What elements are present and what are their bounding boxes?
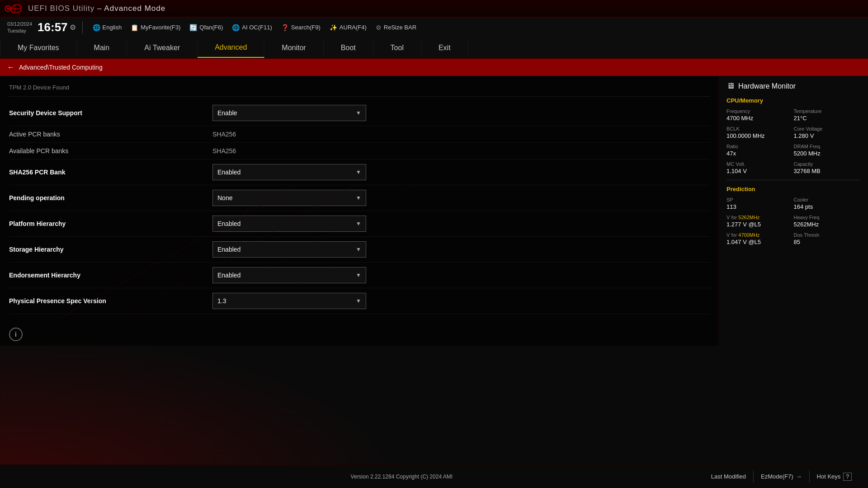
dram-freq-label: DRAM Freq. bbox=[794, 144, 861, 149]
tab-exit[interactable]: Exit bbox=[421, 38, 468, 58]
fan-icon: 🔄 bbox=[189, 24, 197, 31]
search-button[interactable]: ❓ Search(F9) bbox=[278, 22, 324, 33]
header-bar: UEFI BIOS Utility – Advanced Mode bbox=[0, 0, 868, 17]
ez-mode-label: EzMode(F7) bbox=[761, 473, 793, 480]
resizebar-button[interactable]: ⚙ ReSize BAR bbox=[372, 22, 420, 33]
pending-operation-dropdown[interactable]: None ▼ bbox=[212, 190, 366, 206]
bios-title: UEFI BIOS Utility bbox=[28, 4, 94, 13]
time-display: 16:57 ⚙ bbox=[38, 20, 76, 34]
v5262-label: V for 5262MHz bbox=[726, 215, 794, 220]
tab-main[interactable]: Main bbox=[77, 38, 127, 58]
ez-mode-icon: → bbox=[796, 473, 802, 480]
tab-monitor[interactable]: Monitor bbox=[264, 38, 323, 58]
capacity-label: Capacity bbox=[794, 161, 861, 167]
dropdown-arrow-icon: ▼ bbox=[356, 195, 361, 201]
v4700-voltage-value: 1.047 V @L5 bbox=[726, 239, 794, 245]
tab-monitor-label: Monitor bbox=[282, 44, 306, 52]
hw-col-dram-freq: DRAM Freq. 5200 MHz bbox=[794, 144, 861, 157]
footer-right: Last Modified EzMode(F7) → Hot Keys ? bbox=[704, 470, 859, 483]
tab-my-favorites-label: My Favorites bbox=[18, 44, 59, 52]
hw-col-capacity: Capacity 32768 MB bbox=[794, 161, 861, 174]
dropdown-arrow-icon: ▼ bbox=[356, 110, 361, 116]
ez-mode-button[interactable]: EzMode(F7) → bbox=[754, 470, 810, 483]
breadcrumb: ← Advanced\Trusted Computing bbox=[0, 59, 868, 76]
heavy-freq-value: 5262MHz bbox=[794, 221, 861, 228]
copyright-text: Version 2.22.1284 Copyright (C) 2024 AMI bbox=[351, 474, 453, 480]
dropdown-arrow-icon: ▼ bbox=[356, 221, 361, 227]
sha256-pcr-bank-dropdown[interactable]: Enabled ▼ bbox=[212, 164, 366, 180]
dropdown-arrow-icon: ▼ bbox=[356, 272, 361, 278]
frequency-value: 4700 MHz bbox=[726, 115, 794, 122]
hw-col-mc-volt: MC Volt. 1.104 V bbox=[726, 161, 794, 174]
mc-volt-label: MC Volt. bbox=[726, 161, 794, 167]
physical-presence-spec-dropdown[interactable]: 1.3 ▼ bbox=[212, 293, 366, 309]
info-button[interactable]: i bbox=[9, 328, 23, 341]
sha256-pcr-bank-value: Enabled bbox=[217, 169, 241, 176]
rog-icon bbox=[5, 1, 24, 16]
qfan-button[interactable]: 🔄 Qfan(F6) bbox=[186, 22, 226, 33]
last-modified-button[interactable]: Last Modified bbox=[704, 470, 754, 483]
hot-keys-button[interactable]: Hot Keys ? bbox=[810, 470, 859, 483]
qfan-label: Qfan(F6) bbox=[199, 24, 223, 31]
heavy-freq-label: Heavy Freq bbox=[794, 215, 861, 220]
endorsement-hierarchy-value: Enabled bbox=[217, 272, 241, 279]
storage-hierarchy-value: Enabled bbox=[217, 246, 241, 253]
tab-my-favorites[interactable]: My Favorites bbox=[0, 38, 77, 58]
aura-button[interactable]: ✨ AURA(F4) bbox=[326, 22, 370, 33]
setting-row-platform-hierarchy: Platform Hierarchy Enabled ▼ bbox=[9, 211, 710, 237]
tab-tool[interactable]: Tool bbox=[373, 38, 421, 58]
sha256-pcr-bank-label: SHA256 PCR Bank bbox=[9, 169, 212, 176]
dos-thresh-value: 85 bbox=[794, 239, 861, 245]
aioc-button[interactable]: 🌐 AI OC(F11) bbox=[228, 22, 275, 33]
hw-col-v5262-voltage: V for 5262MHz 1.277 V @L5 bbox=[726, 215, 794, 228]
v5262-freq-highlight: 5262MHz bbox=[738, 215, 760, 220]
hw-monitor-panel: 🖥 Hardware Monitor CPU/Memory Frequency … bbox=[719, 76, 868, 346]
sp-value: 113 bbox=[726, 203, 794, 210]
v4700-label: V for 4700MHz bbox=[726, 232, 794, 238]
english-button[interactable]: 🌐 English bbox=[89, 22, 126, 33]
platform-hierarchy-dropdown[interactable]: Enabled ▼ bbox=[212, 216, 366, 232]
hw-row-sp-cooler: SP 113 Cooler 164 pts bbox=[726, 197, 861, 210]
resizebar-label: ReSize BAR bbox=[384, 24, 416, 31]
available-pcr-banks-label: Available PCR banks bbox=[9, 147, 212, 155]
myfavorite-button[interactable]: 📋 MyFavorite(F3) bbox=[127, 22, 184, 33]
breadcrumb-back-button[interactable]: ← bbox=[7, 63, 14, 71]
main-content: TPM 2.0 Device Found Security Device Sup… bbox=[0, 76, 868, 346]
tab-ai-tweaker[interactable]: Ai Tweaker bbox=[127, 38, 198, 58]
datetime: 03/12/2024 Tuesday bbox=[7, 21, 32, 34]
dram-freq-value: 5200 MHz bbox=[794, 150, 861, 157]
hw-row-mc-capacity: MC Volt. 1.104 V Capacity 32768 MB bbox=[726, 161, 861, 174]
search-icon: ❓ bbox=[281, 24, 289, 31]
tpm-info: TPM 2.0 Device Found bbox=[9, 80, 710, 97]
toolbar-separator-1 bbox=[82, 21, 83, 34]
tab-boot[interactable]: Boot bbox=[324, 38, 373, 58]
toolbar: 03/12/2024 Tuesday 16:57 ⚙ 🌐 English 📋 M… bbox=[0, 17, 868, 38]
storage-hierarchy-dropdown[interactable]: Enabled ▼ bbox=[212, 241, 366, 258]
hw-col-cooler: Cooler 164 pts bbox=[794, 197, 861, 210]
security-device-support-value: Enable bbox=[217, 109, 237, 117]
time-value: 16:57 bbox=[38, 20, 68, 34]
storage-hierarchy-label: Storage Hierarchy bbox=[9, 246, 212, 253]
physical-presence-spec-value: 1.3 bbox=[217, 297, 226, 305]
active-pcr-banks-value: SHA256 bbox=[212, 131, 236, 138]
aura-icon: ✨ bbox=[330, 24, 337, 31]
resize-icon: ⚙ bbox=[376, 24, 382, 31]
footer: Version 2.22.1284 Copyright (C) 2024 AMI… bbox=[0, 465, 868, 488]
bclk-label: BCLK bbox=[726, 126, 794, 131]
hw-row-bclk-voltage: BCLK 100.0000 MHz Core Voltage 1.280 V bbox=[726, 126, 861, 139]
security-device-support-dropdown[interactable]: Enable ▼ bbox=[212, 105, 366, 121]
core-voltage-value: 1.280 V bbox=[794, 132, 861, 139]
hw-col-ratio: Ratio 47x bbox=[726, 144, 794, 157]
tab-tool-label: Tool bbox=[391, 44, 404, 52]
setting-row-active-pcr-banks: Active PCR banks SHA256 bbox=[9, 126, 710, 143]
capacity-value: 32768 MB bbox=[794, 168, 861, 174]
tab-advanced[interactable]: Advanced bbox=[198, 38, 264, 58]
search-label: Search(F9) bbox=[291, 24, 321, 31]
breadcrumb-path: Advanced\Trusted Computing bbox=[19, 64, 103, 71]
physical-presence-spec-label: Physical Presence Spec Version bbox=[9, 297, 212, 305]
date-display: 03/12/2024 bbox=[7, 21, 32, 27]
endorsement-hierarchy-dropdown[interactable]: Enabled ▼ bbox=[212, 267, 366, 283]
temperature-value: 21°C bbox=[794, 115, 861, 122]
endorsement-hierarchy-label: Endorsement Hierarchy bbox=[9, 272, 212, 279]
day-display: Tuesday bbox=[7, 28, 26, 33]
